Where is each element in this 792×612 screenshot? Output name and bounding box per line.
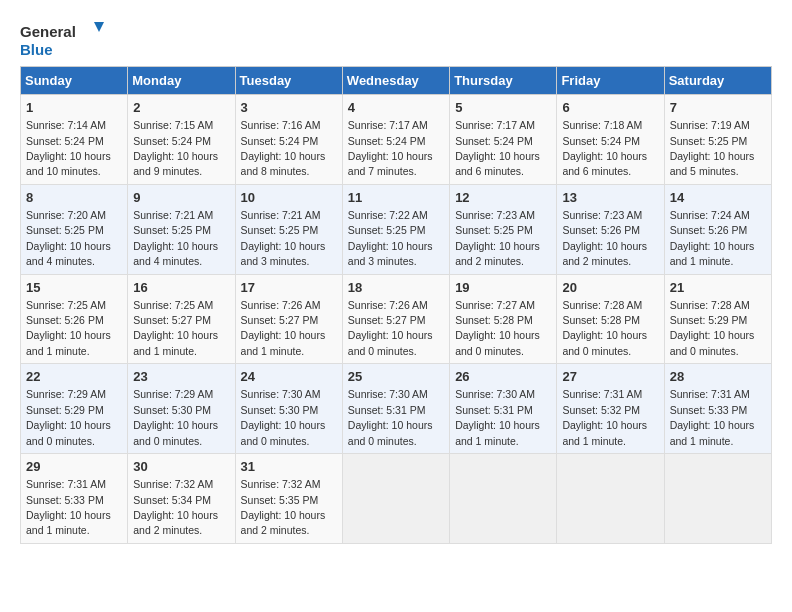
day-detail: Sunset: 5:25 PM <box>133 224 211 236</box>
header-friday: Friday <box>557 67 664 95</box>
day-detail: Sunrise: 7:25 AM <box>26 299 106 311</box>
day-detail: Daylight: 10 hours and 0 minutes. <box>26 419 111 446</box>
day-number: 31 <box>241 458 337 476</box>
day-number: 10 <box>241 189 337 207</box>
day-detail: Daylight: 10 hours and 4 minutes. <box>26 240 111 267</box>
day-number: 2 <box>133 99 229 117</box>
empty-cell <box>450 454 557 544</box>
table-row: 24Sunrise: 7:30 AMSunset: 5:30 PMDayligh… <box>235 364 342 454</box>
day-detail: Sunset: 5:24 PM <box>455 135 533 147</box>
day-number: 18 <box>348 279 444 297</box>
day-detail: Daylight: 10 hours and 0 minutes. <box>455 329 540 356</box>
day-detail: Sunrise: 7:30 AM <box>455 388 535 400</box>
day-number: 17 <box>241 279 337 297</box>
table-row: 19Sunrise: 7:27 AMSunset: 5:28 PMDayligh… <box>450 274 557 364</box>
day-number: 29 <box>26 458 122 476</box>
day-detail: Sunset: 5:26 PM <box>562 224 640 236</box>
day-detail: Sunrise: 7:17 AM <box>348 119 428 131</box>
table-row: 10Sunrise: 7:21 AMSunset: 5:25 PMDayligh… <box>235 184 342 274</box>
day-detail: Sunset: 5:27 PM <box>348 314 426 326</box>
day-detail: Daylight: 10 hours and 2 minutes. <box>455 240 540 267</box>
day-detail: Sunset: 5:25 PM <box>455 224 533 236</box>
day-detail: Sunset: 5:28 PM <box>562 314 640 326</box>
day-detail: Sunrise: 7:30 AM <box>348 388 428 400</box>
day-detail: Sunrise: 7:20 AM <box>26 209 106 221</box>
empty-cell <box>664 454 771 544</box>
table-row: 13Sunrise: 7:23 AMSunset: 5:26 PMDayligh… <box>557 184 664 274</box>
day-detail: Sunset: 5:32 PM <box>562 404 640 416</box>
day-number: 26 <box>455 368 551 386</box>
day-detail: Sunset: 5:27 PM <box>133 314 211 326</box>
day-number: 14 <box>670 189 766 207</box>
svg-text:Blue: Blue <box>20 41 53 58</box>
day-number: 28 <box>670 368 766 386</box>
day-detail: Sunrise: 7:32 AM <box>241 478 321 490</box>
day-detail: Sunrise: 7:19 AM <box>670 119 750 131</box>
day-detail: Daylight: 10 hours and 1 minute. <box>670 240 755 267</box>
day-detail: Daylight: 10 hours and 6 minutes. <box>455 150 540 177</box>
day-detail: Daylight: 10 hours and 1 minute. <box>133 329 218 356</box>
day-number: 23 <box>133 368 229 386</box>
day-number: 22 <box>26 368 122 386</box>
day-detail: Sunrise: 7:29 AM <box>133 388 213 400</box>
day-number: 8 <box>26 189 122 207</box>
page-header: General Blue <box>20 20 772 62</box>
day-detail: Sunrise: 7:26 AM <box>348 299 428 311</box>
day-detail: Sunset: 5:29 PM <box>26 404 104 416</box>
day-detail: Sunset: 5:28 PM <box>455 314 533 326</box>
day-detail: Sunrise: 7:30 AM <box>241 388 321 400</box>
day-detail: Sunrise: 7:25 AM <box>133 299 213 311</box>
table-row: 9Sunrise: 7:21 AMSunset: 5:25 PMDaylight… <box>128 184 235 274</box>
header-thursday: Thursday <box>450 67 557 95</box>
day-detail: Sunset: 5:24 PM <box>133 135 211 147</box>
day-number: 19 <box>455 279 551 297</box>
day-detail: Sunset: 5:31 PM <box>455 404 533 416</box>
day-detail: Sunrise: 7:28 AM <box>670 299 750 311</box>
day-detail: Daylight: 10 hours and 2 minutes. <box>133 509 218 536</box>
table-row: 25Sunrise: 7:30 AMSunset: 5:31 PMDayligh… <box>342 364 449 454</box>
day-detail: Daylight: 10 hours and 1 minute. <box>26 509 111 536</box>
day-detail: Daylight: 10 hours and 0 minutes. <box>670 329 755 356</box>
day-number: 24 <box>241 368 337 386</box>
day-detail: Daylight: 10 hours and 0 minutes. <box>348 329 433 356</box>
day-detail: Sunset: 5:30 PM <box>133 404 211 416</box>
day-detail: Daylight: 10 hours and 5 minutes. <box>670 150 755 177</box>
day-detail: Daylight: 10 hours and 1 minute. <box>455 419 540 446</box>
table-row: 18Sunrise: 7:26 AMSunset: 5:27 PMDayligh… <box>342 274 449 364</box>
day-detail: Sunset: 5:26 PM <box>26 314 104 326</box>
day-detail: Daylight: 10 hours and 1 minute. <box>670 419 755 446</box>
table-row: 23Sunrise: 7:29 AMSunset: 5:30 PMDayligh… <box>128 364 235 454</box>
day-detail: Sunset: 5:27 PM <box>241 314 319 326</box>
day-number: 20 <box>562 279 658 297</box>
table-row: 16Sunrise: 7:25 AMSunset: 5:27 PMDayligh… <box>128 274 235 364</box>
day-detail: Daylight: 10 hours and 0 minutes. <box>348 419 433 446</box>
day-detail: Sunset: 5:31 PM <box>348 404 426 416</box>
day-detail: Sunrise: 7:21 AM <box>241 209 321 221</box>
header-tuesday: Tuesday <box>235 67 342 95</box>
table-row: 31Sunrise: 7:32 AMSunset: 5:35 PMDayligh… <box>235 454 342 544</box>
day-detail: Sunrise: 7:17 AM <box>455 119 535 131</box>
day-detail: Daylight: 10 hours and 2 minutes. <box>562 240 647 267</box>
day-detail: Daylight: 10 hours and 2 minutes. <box>241 509 326 536</box>
day-detail: Sunset: 5:24 PM <box>562 135 640 147</box>
day-detail: Sunrise: 7:28 AM <box>562 299 642 311</box>
day-detail: Daylight: 10 hours and 7 minutes. <box>348 150 433 177</box>
day-detail: Sunset: 5:26 PM <box>670 224 748 236</box>
day-detail: Daylight: 10 hours and 8 minutes. <box>241 150 326 177</box>
day-detail: Daylight: 10 hours and 0 minutes. <box>241 419 326 446</box>
day-detail: Sunrise: 7:15 AM <box>133 119 213 131</box>
day-detail: Sunset: 5:33 PM <box>670 404 748 416</box>
empty-cell <box>342 454 449 544</box>
day-detail: Sunset: 5:30 PM <box>241 404 319 416</box>
day-detail: Sunrise: 7:27 AM <box>455 299 535 311</box>
day-detail: Sunrise: 7:23 AM <box>562 209 642 221</box>
day-detail: Sunset: 5:35 PM <box>241 494 319 506</box>
day-number: 9 <box>133 189 229 207</box>
day-number: 15 <box>26 279 122 297</box>
day-number: 27 <box>562 368 658 386</box>
table-row: 11Sunrise: 7:22 AMSunset: 5:25 PMDayligh… <box>342 184 449 274</box>
day-detail: Sunrise: 7:18 AM <box>562 119 642 131</box>
day-number: 7 <box>670 99 766 117</box>
day-detail: Sunrise: 7:32 AM <box>133 478 213 490</box>
logo: General Blue <box>20 20 110 62</box>
